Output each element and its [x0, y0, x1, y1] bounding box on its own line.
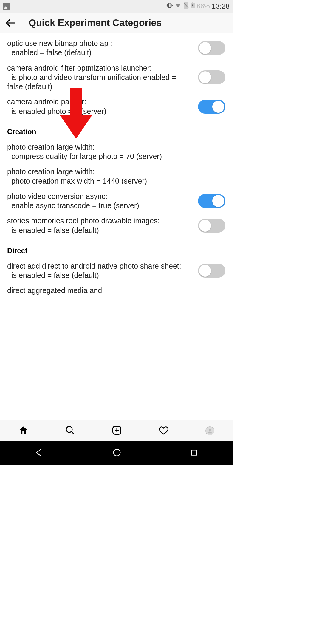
nav-back[interactable] — [35, 448, 44, 458]
system-nav-bar — [0, 441, 233, 465]
app-tab-bar — [0, 420, 233, 441]
setting-row[interactable]: direct add direct to android native phot… — [0, 258, 233, 283]
avatar-icon — [205, 426, 214, 435]
app-header: Quick Experiment Categories — [0, 13, 233, 33]
status-bar: 66% 13:28 — [0, 0, 233, 13]
setting-text: photo creation large width: photo creati… — [7, 167, 225, 186]
battery-charging-icon — [191, 2, 195, 10]
setting-text: photo creation large width: compress qua… — [7, 143, 225, 161]
no-sim-icon — [183, 2, 189, 10]
tab-search[interactable] — [65, 425, 75, 436]
section-header-direct: Direct — [0, 238, 233, 258]
setting-text: photo video conversion async: enable asy… — [7, 192, 193, 210]
setting-row[interactable]: camera android par lter: is enabled phot… — [0, 94, 233, 119]
settings-list[interactable]: optic use new bitmap photo api: enabled … — [0, 33, 233, 420]
setting-row[interactable]: optic use new bitmap photo api: enabled … — [0, 36, 233, 61]
vibrate-icon — [166, 2, 173, 10]
nav-home[interactable] — [112, 448, 121, 458]
svg-point-9 — [66, 426, 72, 432]
toggle-switch[interactable] — [198, 219, 225, 233]
toggle-switch[interactable] — [198, 70, 225, 84]
toggle-switch[interactable] — [198, 264, 225, 278]
setting-row[interactable]: photo video conversion async: enable asy… — [0, 189, 233, 213]
clock-time: 13:28 — [212, 2, 230, 10]
page-title: Quick Experiment Categories — [29, 17, 162, 28]
nav-recent[interactable] — [190, 449, 198, 458]
setting-row-cutoff[interactable]: direct aggregated media and — [0, 283, 233, 295]
setting-row[interactable]: photo creation large width: compress qua… — [0, 140, 233, 164]
tab-activity[interactable] — [159, 425, 169, 436]
wifi-icon — [175, 2, 181, 10]
setting-text: direct aggregated media and — [7, 286, 225, 295]
tab-add[interactable] — [112, 425, 122, 437]
toggle-switch[interactable] — [198, 194, 225, 208]
svg-point-14 — [209, 429, 211, 431]
tab-profile[interactable] — [205, 426, 214, 435]
svg-rect-0 — [168, 3, 171, 8]
cutoff-top — [0, 33, 233, 36]
setting-row[interactable]: photo creation large width: photo creati… — [0, 164, 233, 189]
svg-rect-16 — [192, 450, 197, 455]
section-header-creation: Creation — [0, 119, 233, 140]
setting-text: stories memories reel photo drawable ima… — [7, 216, 193, 235]
toggle-switch[interactable] — [198, 41, 225, 55]
setting-row[interactable]: stories memories reel photo drawable ima… — [0, 213, 233, 238]
setting-text: camera android par lter: is enabled phot… — [7, 97, 193, 116]
svg-line-10 — [71, 431, 74, 434]
setting-text: optic use new bitmap photo api: enabled … — [7, 39, 193, 58]
svg-rect-7 — [192, 2, 193, 3]
image-icon — [3, 3, 10, 10]
setting-row[interactable]: camera android filter optmizations launc… — [0, 61, 233, 95]
svg-point-15 — [114, 449, 120, 456]
toggle-switch[interactable] — [198, 100, 225, 114]
setting-text: direct add direct to android native phot… — [7, 261, 193, 280]
tab-home[interactable] — [18, 425, 28, 436]
battery-percent: 66% — [197, 2, 210, 10]
back-button[interactable] — [5, 17, 17, 29]
setting-text: camera android filter optmizations launc… — [7, 64, 193, 92]
